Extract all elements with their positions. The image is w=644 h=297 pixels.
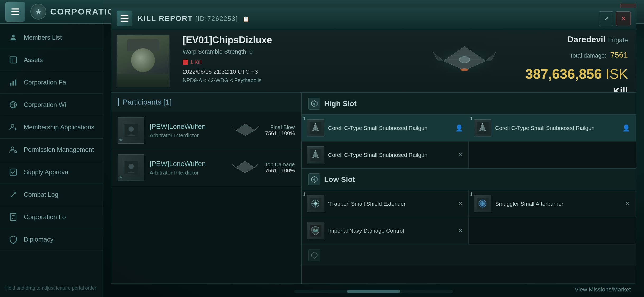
scrollbar-thumb[interactable]: [347, 290, 400, 293]
participant-avatar-2: ★: [118, 154, 144, 181]
corp-logo-star: ★: [35, 7, 42, 16]
high-slot-item-1[interactable]: 1 Coreli C-Type Small Snubnosed Railgun: [302, 115, 469, 142]
svg-point-29: [128, 164, 134, 169]
victim-warp: Warp Scramble Strength: 0: [183, 48, 404, 55]
sidebar-item-corp-log[interactable]: Corporation Lo: [0, 206, 103, 228]
participants-title: Participants [1]: [118, 98, 172, 106]
sidebar-item-assets[interactable]: Assets: [0, 49, 103, 71]
sidebar-item-corp-wi[interactable]: Corporation Wi: [0, 94, 103, 116]
modal-external-button[interactable]: ↗: [599, 11, 613, 26]
sidebar-item-membership-label: Membership Applications: [24, 124, 94, 131]
sidebar-header: ★ CORPORATION: [0, 0, 103, 24]
participant-avatar-1: ★: [118, 117, 144, 144]
sidebar-item-permission[interactable]: Permission Management: [0, 139, 103, 161]
sidebar-item-supply[interactable]: Supply Approva: [0, 161, 103, 183]
high-slot-header: High Slot: [302, 93, 636, 115]
low-slot-item-3[interactable]: Imperial Navy Damage Control ✕: [302, 217, 469, 244]
svg-rect-3: [12, 81, 14, 86]
corp-logo: ★: [30, 4, 46, 20]
hint-slot-header: [302, 244, 636, 266]
svg-point-8: [11, 124, 14, 127]
view-missions-market-link[interactable]: View Missions/Market: [575, 286, 631, 293]
victim-section: [EV01]ChipsDizluxe Warp Scramble Strengt…: [111, 29, 636, 93]
high-slot-item-3[interactable]: Coreli C-Type Small Snubnosed Railgun ✕: [302, 142, 469, 168]
high-slot-item-1-person-icon: 👤: [455, 124, 463, 132]
modal-close-button[interactable]: ✕: [616, 11, 631, 26]
participant-entry-1[interactable]: ★ [PEW]LoneWulfen Arbitrator Interdictor: [111, 112, 301, 149]
participant-entry-2[interactable]: ★ [PEW]LoneWulfen Arbitrator Interdictor: [111, 149, 301, 186]
copy-id-icon[interactable]: 📋: [243, 16, 250, 22]
sidebar-item-diplomacy[interactable]: Diplomacy: [0, 228, 103, 251]
high-slot-item-3-close[interactable]: ✕: [458, 151, 463, 159]
ship-svg: [418, 35, 511, 87]
hamburger-line-1: [11, 8, 19, 10]
low-slot-item-1-close[interactable]: ✕: [458, 200, 463, 208]
blow-stats-2: 7561 | 100%: [265, 168, 295, 174]
participant-ship-2: Arbitrator Interdictor: [150, 169, 225, 176]
svg-point-0: [12, 35, 15, 37]
participant-star-2: ★: [119, 174, 123, 180]
sidebar-item-members[interactable]: Members List: [0, 26, 103, 49]
svg-rect-2: [10, 83, 11, 86]
blow-stats-1: 7561 | 100%: [265, 130, 295, 136]
modal-header: KILL REPORT [ID:7262253] 📋 ↗ ✕: [111, 8, 636, 29]
sidebar-item-combat[interactable]: Combat Log: [0, 183, 103, 206]
high-slot-items-grid: 1 Coreli C-Type Small Snubnosed Railgun: [302, 115, 636, 168]
total-damage-label: Total damage:: [570, 52, 606, 59]
high-slot-item-1-icon: [307, 119, 324, 136]
high-slot-item-1-qty: 1: [303, 116, 306, 121]
participant-ship-1: Arbitrator Interdictor: [150, 132, 226, 139]
sidebar-item-permission-label: Permission Management: [24, 146, 94, 153]
checkmark-icon: [8, 167, 19, 177]
low-slot-icon: [308, 173, 320, 185]
svg-rect-4: [15, 79, 16, 86]
victim-name: [EV01]ChipsDizluxe: [183, 35, 404, 46]
victim-kill-badge: 1 Kill: [183, 59, 201, 65]
low-slot-item-2-close[interactable]: ✕: [625, 200, 630, 208]
svg-point-49: [481, 202, 484, 205]
low-slot-item-1[interactable]: 1: [302, 190, 469, 217]
low-slot-item-1-name: 'Trapper' Small Shield Extender: [328, 200, 455, 208]
sidebar-item-supply-label: Supply Approva: [24, 168, 68, 176]
sidebar-item-corp-log-label: Corporation Lo: [24, 213, 66, 221]
sidebar-item-diplomacy-label: Diplomacy: [24, 236, 53, 243]
low-slot-item-2-qty: 1: [470, 192, 473, 197]
participants-panel: Participants [1]: [111, 93, 302, 284]
sidebar-nav: Members List Assets Corporation Fa Corpo…: [0, 24, 103, 253]
blow-label-1: Final Blow: [265, 124, 295, 130]
participant-name-1: [PEW]LoneWulfen: [150, 122, 226, 131]
lower-section: Participants [1]: [111, 93, 636, 284]
sidebar-item-corp-fa[interactable]: Corporation Fa: [0, 71, 103, 94]
low-slot-section: Low Slot 1: [302, 168, 636, 244]
sidebar-item-members-label: Members List: [24, 34, 62, 41]
document-icon: [8, 212, 19, 222]
victim-location: NPD9-A < 42-WDG < Feythabolis: [183, 77, 404, 83]
person-key-icon: [8, 144, 19, 155]
avatar-face: [117, 35, 169, 87]
low-slot-item-3-close[interactable]: ✕: [458, 227, 463, 234]
sidebar-item-membership[interactable]: Membership Applications: [0, 116, 103, 139]
participant-ship-img-2: [229, 157, 261, 178]
horizontal-scrollbar[interactable]: [294, 290, 453, 293]
participant-star-1: ★: [119, 137, 123, 143]
hamburger-button[interactable]: [5, 2, 25, 22]
modal-hamburger-button[interactable]: [117, 11, 132, 26]
high-slot-item-2[interactable]: 1 Coreli C-Type Small Snubnosed Railgun: [469, 115, 636, 142]
high-slot-item-1-name: Coreli C-Type Small Snubnosed Railgun: [328, 124, 453, 132]
participant-info-2: [PEW]LoneWulfen Arbitrator Interdictor: [150, 160, 225, 176]
participants-header: Participants [1]: [111, 93, 301, 112]
low-slot-header: Low Slot: [302, 168, 636, 190]
chart-icon: [8, 77, 19, 88]
svg-point-37: [313, 178, 315, 181]
sidebar-item-combat-label: Combat Log: [24, 191, 58, 198]
low-slot-item-2-icon: [474, 195, 491, 212]
victim-date: 2022/06/15 21:32:10 UTC +3: [183, 68, 404, 75]
low-slot-item-2[interactable]: 1 Smuggler Small Afterburner: [469, 190, 636, 217]
high-slot-section: High Slot 1: [302, 93, 636, 168]
sidebar-item-corp-wi-label: Corporation Wi: [24, 101, 66, 109]
participant-stats-2: Top Damage 7561 | 100%: [265, 162, 295, 174]
participant-name-2: [PEW]LoneWulfen: [150, 160, 225, 168]
participant-stats-1: Final Blow 7561 | 100%: [265, 124, 295, 136]
kill-report-modal: KILL REPORT [ID:7262253] 📋 ↗ ✕: [111, 8, 636, 284]
blow-label-2: Top Damage: [265, 162, 295, 168]
